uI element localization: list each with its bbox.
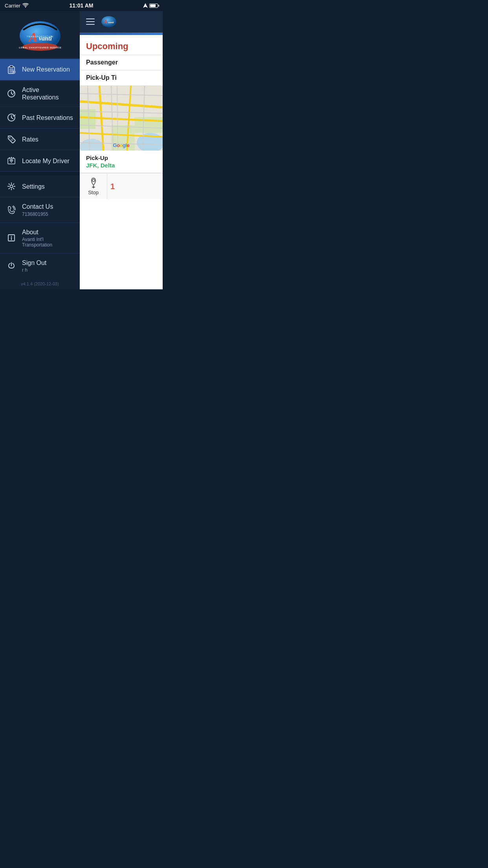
about-text: About Avanti Int'l Transportation xyxy=(22,228,73,248)
sidebar-item-rates[interactable]: Rates xyxy=(0,129,80,150)
logo-area: A vanti GLOBAL CHAUFFEURED SERVICES TRAN… xyxy=(0,11,80,58)
rates-label: Rates xyxy=(22,136,39,143)
version-bar: v4.1.4 (2020-12-03) xyxy=(0,278,80,289)
action-number: 1 xyxy=(107,173,118,199)
gear-icon xyxy=(6,181,17,191)
version-text: v4.1.4 (2020-12-03) xyxy=(21,281,59,286)
main-menu: New Reservation Active Reservations xyxy=(0,59,80,278)
signout-text: Sign Out r h xyxy=(22,259,46,273)
google-maps-badge: Google xyxy=(113,142,130,148)
svg-point-56 xyxy=(92,179,95,182)
svg-rect-38 xyxy=(80,109,95,129)
sidebar: A vanti GLOBAL CHAUFFEURED SERVICES TRAN… xyxy=(0,11,80,289)
contact-phone: 7136801955 xyxy=(22,211,53,217)
info-icon xyxy=(6,233,17,243)
phone-icon xyxy=(6,205,17,215)
status-time: 11:01 AM xyxy=(70,2,94,9)
section-title: Upcoming xyxy=(80,35,163,55)
about-label: About xyxy=(22,228,73,236)
wifi-icon xyxy=(22,3,29,8)
sidebar-item-settings[interactable]: Settings xyxy=(0,176,80,197)
power-icon xyxy=(6,261,17,271)
clock-arrow-icon xyxy=(6,88,17,99)
hamburger-button[interactable] xyxy=(84,17,96,26)
hamburger-line-3 xyxy=(86,24,95,25)
clipboard-icon xyxy=(6,64,17,75)
sidebar-item-new-reservation[interactable]: New Reservation xyxy=(0,59,80,81)
stop-button[interactable]: Stop xyxy=(80,173,107,199)
svg-text:TRANSPORTATION: TRANSPORTATION xyxy=(26,35,53,38)
app-logo: A vanti GLOBAL CHAUFFEURED SERVICES TRAN… xyxy=(18,20,62,51)
sidebar-item-active-reservations[interactable]: Active Reservations xyxy=(0,81,80,107)
svg-line-23 xyxy=(11,140,13,141)
app-container: A vanti GLOBAL CHAUFFEURED SERVICES TRAN… xyxy=(0,11,163,289)
contact-text: Contact Us 7136801955 xyxy=(22,203,53,217)
svg-rect-8 xyxy=(10,66,13,68)
map-view[interactable]: Google xyxy=(80,86,163,151)
past-reservations-label: Past Reservations xyxy=(22,114,73,121)
signout-label: Sign Out xyxy=(22,259,46,267)
pickup-field: Pick-Up JFK, Delta xyxy=(80,151,163,173)
pickup-field-value: JFK, Delta xyxy=(86,162,156,169)
sidebar-item-locate-driver[interactable]: Locate My Driver xyxy=(0,150,80,172)
svg-point-28 xyxy=(13,157,14,158)
avanti-logo-svg: A vanti GLOBAL CHAUFFEURED SERVICES TRAN… xyxy=(18,20,62,51)
stop-label: Stop xyxy=(88,189,99,195)
bottom-actions: Stop 1 xyxy=(80,173,163,199)
right-panel: A vanti Upcoming Passenger Pick-Up Ti xyxy=(80,11,163,289)
svg-line-20 xyxy=(11,118,13,119)
sidebar-item-about[interactable]: About Avanti Int'l Transportation xyxy=(0,223,80,254)
map-svg xyxy=(80,86,163,151)
content-area: Upcoming Passenger Pick-Up Ti xyxy=(80,35,163,289)
svg-point-27 xyxy=(11,157,12,158)
clock-check-icon xyxy=(6,112,17,123)
carrier-label: Carrier xyxy=(5,3,20,9)
passenger-label: Passenger xyxy=(86,59,156,66)
battery-icon xyxy=(149,4,158,8)
hamburger-line-2 xyxy=(86,21,95,22)
active-reservations-label: Active Reservations xyxy=(22,86,73,101)
signout-sublabel: r h xyxy=(22,267,46,273)
contact-label: Contact Us xyxy=(22,203,53,210)
status-left: Carrier xyxy=(5,3,29,9)
sidebar-item-past-reservations[interactable]: Past Reservations xyxy=(0,107,80,129)
new-reservation-label: New Reservation xyxy=(22,66,70,73)
tag-icon xyxy=(6,134,17,144)
menu-gap xyxy=(0,172,80,176)
svg-point-21 xyxy=(9,137,11,138)
svg-point-29 xyxy=(10,185,13,188)
svg-line-22 xyxy=(11,139,13,140)
svg-line-17 xyxy=(11,94,13,95)
svg-text:vanti: vanti xyxy=(108,21,114,24)
sidebar-item-signout[interactable]: Sign Out r h xyxy=(0,254,80,278)
map-driver-icon xyxy=(6,156,17,166)
pickup-time-label: Pick-Up Ti xyxy=(86,74,156,81)
svg-rect-24 xyxy=(8,158,15,164)
settings-label: Settings xyxy=(22,183,45,190)
hamburger-line-1 xyxy=(86,18,95,19)
right-logo: A vanti xyxy=(101,16,117,28)
status-right xyxy=(143,3,158,8)
sidebar-item-contact[interactable]: Contact Us 7136801955 xyxy=(0,197,80,223)
locate-driver-label: Locate My Driver xyxy=(22,157,70,165)
status-bar: Carrier 11:01 AM xyxy=(0,0,163,11)
right-header: A vanti xyxy=(80,11,163,33)
svg-point-25 xyxy=(11,160,12,161)
svg-marker-0 xyxy=(143,3,148,8)
svg-point-26 xyxy=(9,157,10,158)
location-icon xyxy=(143,3,148,8)
svg-text:A: A xyxy=(103,19,107,25)
about-sublabel: Avanti Int'l Transportation xyxy=(22,237,73,248)
pickup-field-label: Pick-Up xyxy=(86,154,156,161)
pickup-time-row: Pick-Up Ti xyxy=(80,70,163,86)
passenger-row: Passenger xyxy=(80,55,163,70)
svg-text:GLOBAL CHAUFFEURED SERVICES: GLOBAL CHAUFFEURED SERVICES xyxy=(18,46,62,49)
stop-add-icon xyxy=(89,177,98,188)
